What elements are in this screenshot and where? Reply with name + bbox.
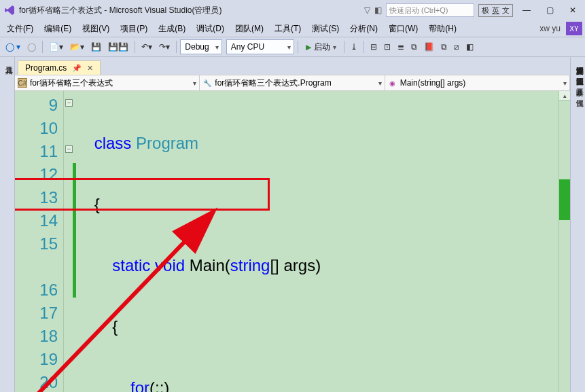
document-tab-program[interactable]: Program.cs 📌 ✕ xyxy=(18,60,101,75)
tab-diagnostic-tools[interactable]: 诊断工具 xyxy=(571,79,585,87)
menu-tools[interactable]: 工具(T) xyxy=(270,22,305,36)
quick-launch-input[interactable]: 快速启动 (Ctrl+Q) xyxy=(386,3,474,17)
window-title: for循环省略三个表达式 - Microsoft Visual Studio(管… xyxy=(19,5,222,16)
ime-indicator[interactable]: 极英文 xyxy=(478,4,513,17)
menu-test[interactable]: 测试(S) xyxy=(308,22,343,36)
right-sidebar: 解决方案资源管理器 团队资源管理器 诊断工具 属性 xyxy=(570,57,585,392)
nav-method-combo[interactable]: ◉ Main(string[] args) xyxy=(385,75,570,90)
solution-config-combo[interactable]: Debug xyxy=(180,39,221,54)
left-sidebar-toolbox[interactable]: 工具箱 xyxy=(0,57,15,392)
tb-misc5[interactable]: 📕 xyxy=(421,41,437,53)
close-tab-icon[interactable]: ✕ xyxy=(87,64,93,73)
navigation-bar: C# for循环省略三个表达式 🔧 for循环省略三个表达式.Program ◉… xyxy=(15,75,570,91)
nav-fwd-button[interactable]: ◯ xyxy=(24,41,39,53)
vertical-scrollbar[interactable]: ▴ xyxy=(559,91,570,392)
menu-file[interactable]: 文件(F) xyxy=(3,22,37,36)
standard-toolbar: ◯ ▾ ◯ 📄▾ 📂▾ 💾 💾💾 ↶▾ ↷▾ Debug Any CPU ▶启动… xyxy=(0,37,585,57)
tb-misc6[interactable]: ⧉ xyxy=(438,41,450,53)
scroll-change-marker xyxy=(559,179,570,220)
menu-help[interactable]: 帮助(H) xyxy=(425,22,461,36)
close-button[interactable]: ✕ xyxy=(563,3,582,17)
menu-build[interactable]: 生成(B) xyxy=(154,22,190,36)
save-all-button[interactable]: 💾💾 xyxy=(105,41,131,53)
nav-project-combo[interactable]: C# for循环省略三个表达式 xyxy=(15,75,200,90)
signed-in-user[interactable]: xw yu xyxy=(539,24,561,33)
tb-misc3[interactable]: ≣ xyxy=(395,41,407,53)
menu-project[interactable]: 项目(P) xyxy=(116,22,152,36)
menu-window[interactable]: 窗口(W) xyxy=(385,22,422,36)
editor-area: Program.cs 📌 ✕ C# for循环省略三个表达式 🔧 for循环省略… xyxy=(15,57,570,392)
tab-title: Program.cs xyxy=(25,63,67,73)
open-button[interactable]: 📂▾ xyxy=(67,41,87,53)
tab-team-explorer[interactable]: 团队资源管理器 xyxy=(571,68,585,76)
menu-edit[interactable]: 编辑(E) xyxy=(40,22,75,36)
undo-button[interactable]: ↶▾ xyxy=(139,41,155,53)
vs-logo-icon xyxy=(4,5,15,16)
user-avatar[interactable]: XY xyxy=(566,22,582,35)
solution-platform-combo[interactable]: Any CPU xyxy=(226,39,294,54)
nav-back-button[interactable]: ◯ ▾ xyxy=(3,41,23,53)
notifications-icon[interactable]: ▽ xyxy=(364,5,370,15)
maximize-button[interactable]: ▢ xyxy=(540,3,559,17)
title-bar: for循环省略三个表达式 - Microsoft Visual Studio(管… xyxy=(0,0,585,20)
line-number-gutter: 910 1112 1314 15 1617 1819 20 xyxy=(15,91,64,392)
content-area: 工具箱 Program.cs 📌 ✕ C# for循环省略三个表达式 🔧 for… xyxy=(0,57,585,392)
method-icon: ◉ xyxy=(388,78,397,88)
menu-analyze[interactable]: 分析(N) xyxy=(346,22,382,36)
start-debug-button[interactable]: ▶启动▾ xyxy=(302,40,340,54)
class-icon: 🔧 xyxy=(202,78,212,88)
fold-toggle-icon[interactable]: − xyxy=(65,99,73,107)
save-button[interactable]: 💾 xyxy=(88,41,104,53)
split-handle-icon[interactable]: ▴ xyxy=(559,91,570,101)
tb-misc2[interactable]: ⊡ xyxy=(381,41,393,53)
menu-bar: 文件(F) 编辑(E) 视图(V) 项目(P) 生成(B) 调试(D) 团队(M… xyxy=(0,20,585,37)
new-project-button[interactable]: 📄▾ xyxy=(46,41,66,53)
code-text[interactable]: class Program { static void Main(string[… xyxy=(76,91,570,392)
feedback-icon[interactable]: ◧ xyxy=(374,5,382,15)
pin-icon[interactable]: 📌 xyxy=(72,64,82,73)
tb-misc7[interactable]: ⧄ xyxy=(451,41,462,53)
menu-debug[interactable]: 调试(D) xyxy=(192,22,228,36)
nav-class-combo[interactable]: 🔧 for循环省略三个表达式.Program xyxy=(200,75,385,90)
fold-margin[interactable]: − − xyxy=(64,91,76,392)
tb-misc8[interactable]: ◧ xyxy=(463,41,476,53)
code-editor[interactable]: 910 1112 1314 15 1617 1819 20 − − class … xyxy=(15,91,570,392)
svg-marker-0 xyxy=(5,5,14,15)
redo-button[interactable]: ↷▾ xyxy=(156,41,173,53)
csharp-project-icon: C# xyxy=(18,78,27,88)
tb-misc4[interactable]: ⧉ xyxy=(408,41,420,53)
step-button[interactable]: ⤓ xyxy=(348,41,360,53)
menu-team[interactable]: 团队(M) xyxy=(231,22,268,36)
tab-solution-explorer[interactable]: 解决方案资源管理器 xyxy=(571,57,585,65)
minimize-button[interactable]: — xyxy=(517,3,536,17)
menu-view[interactable]: 视图(V) xyxy=(78,22,113,36)
fold-toggle-icon[interactable]: − xyxy=(65,145,73,153)
document-tabs: Program.cs 📌 ✕ xyxy=(15,57,570,75)
tb-misc1[interactable]: ⊟ xyxy=(368,41,380,53)
tab-properties[interactable]: 属性 xyxy=(571,90,585,98)
